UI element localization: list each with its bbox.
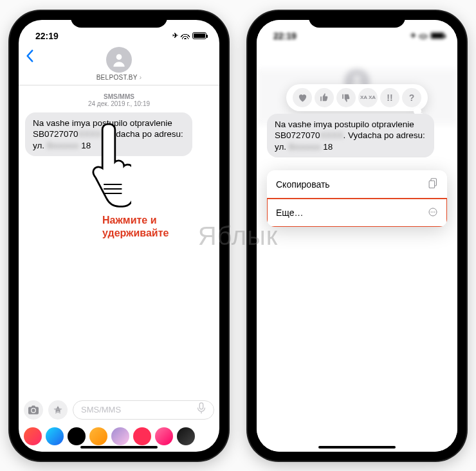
message-input-row: A SMS/MMS bbox=[19, 396, 219, 425]
message-input[interactable]: SMS/MMS bbox=[73, 400, 214, 420]
tapback-haha[interactable]: XA XA bbox=[358, 88, 378, 107]
contact-avatar[interactable] bbox=[106, 47, 132, 73]
svg-point-0 bbox=[116, 54, 122, 60]
tapback-thumbs-down[interactable] bbox=[336, 88, 356, 107]
app-sticker[interactable] bbox=[111, 427, 129, 445]
status-right bbox=[172, 31, 206, 40]
notch bbox=[71, 11, 167, 28]
context-menu: Скопировать Еще… bbox=[267, 170, 447, 227]
more-icon bbox=[428, 207, 438, 219]
thread-type-label: SMS/MMS bbox=[25, 93, 213, 100]
chevron-left-icon bbox=[25, 49, 34, 62]
tapback-heart[interactable] bbox=[293, 88, 312, 107]
app-music[interactable] bbox=[133, 427, 151, 445]
message-bubble[interactable]: Na vashe imya postupilo otpravlenie SB07… bbox=[25, 112, 192, 157]
phone-right: 22:19 XA XA !! ? Na vas bbox=[248, 11, 466, 461]
chevron-right-icon: › bbox=[140, 74, 142, 81]
voice-message-icon[interactable] bbox=[197, 402, 206, 417]
status-time: 22:19 bbox=[273, 31, 297, 41]
battery-icon bbox=[430, 32, 444, 39]
person-icon bbox=[111, 51, 127, 68]
app-photos[interactable] bbox=[24, 427, 42, 445]
app-other2[interactable] bbox=[177, 427, 195, 445]
camera-icon bbox=[28, 405, 39, 414]
back-button[interactable] bbox=[25, 48, 34, 66]
tapback-reactions: XA XA !! ? bbox=[286, 84, 428, 111]
svg-point-8 bbox=[432, 211, 434, 213]
appstore-icon: A bbox=[53, 405, 63, 415]
menu-copy[interactable]: Скопировать bbox=[267, 170, 447, 199]
focused-message: Na vashe imya postupilo otpravlenie SB07… bbox=[267, 114, 434, 158]
contact-name[interactable]: BELPOST.BY › bbox=[19, 74, 219, 81]
input-placeholder: SMS/MMS bbox=[81, 405, 121, 414]
wifi-icon bbox=[419, 33, 428, 39]
svg-text:A: A bbox=[55, 405, 60, 413]
home-indicator[interactable] bbox=[318, 446, 396, 449]
message-bubble[interactable]: Na vashe imya postupilo otpravlenie SB07… bbox=[267, 114, 434, 158]
app-activity[interactable] bbox=[68, 427, 86, 445]
instruction-text: Нажмите и удерживайте bbox=[102, 214, 169, 240]
airplane-mode-icon bbox=[410, 31, 416, 40]
copy-icon bbox=[428, 178, 438, 191]
svg-point-9 bbox=[434, 211, 435, 213]
status-right bbox=[410, 31, 444, 40]
tapback-exclaim[interactable]: !! bbox=[380, 88, 399, 107]
message-thread[interactable]: SMS/MMS 24 дек. 2019 г., 10:19 Na vashe … bbox=[19, 85, 219, 396]
status-time: 22:19 bbox=[35, 31, 59, 41]
battery-icon bbox=[192, 32, 206, 39]
app-appstore[interactable] bbox=[46, 427, 64, 445]
phone-left: 22:19 BELPOST.BY › SMS/MMS 24 дек. 2019 … bbox=[10, 11, 228, 461]
tapback-thumbs-up[interactable] bbox=[315, 88, 334, 107]
app-store-button[interactable]: A bbox=[48, 400, 68, 420]
svg-rect-2 bbox=[199, 403, 203, 409]
thread-date: 24 дек. 2019 г., 10:19 bbox=[25, 100, 213, 107]
app-other1[interactable] bbox=[155, 427, 173, 445]
notch bbox=[309, 11, 405, 28]
conversation-header: BELPOST.BY › bbox=[19, 46, 219, 85]
screen-left: 22:19 BELPOST.BY › SMS/MMS 24 дек. 2019 … bbox=[19, 20, 219, 452]
camera-button[interactable] bbox=[24, 400, 43, 420]
svg-point-3 bbox=[354, 76, 360, 82]
tapback-question[interactable]: ? bbox=[402, 88, 421, 107]
svg-rect-5 bbox=[429, 181, 435, 188]
airplane-mode-icon bbox=[172, 31, 178, 40]
svg-point-7 bbox=[431, 211, 432, 213]
app-memoji[interactable] bbox=[89, 427, 107, 445]
screen-right: 22:19 XA XA !! ? Na vas bbox=[257, 20, 457, 452]
home-indicator[interactable] bbox=[80, 446, 158, 449]
wifi-icon bbox=[181, 33, 190, 39]
menu-more[interactable]: Еще… bbox=[267, 199, 447, 227]
